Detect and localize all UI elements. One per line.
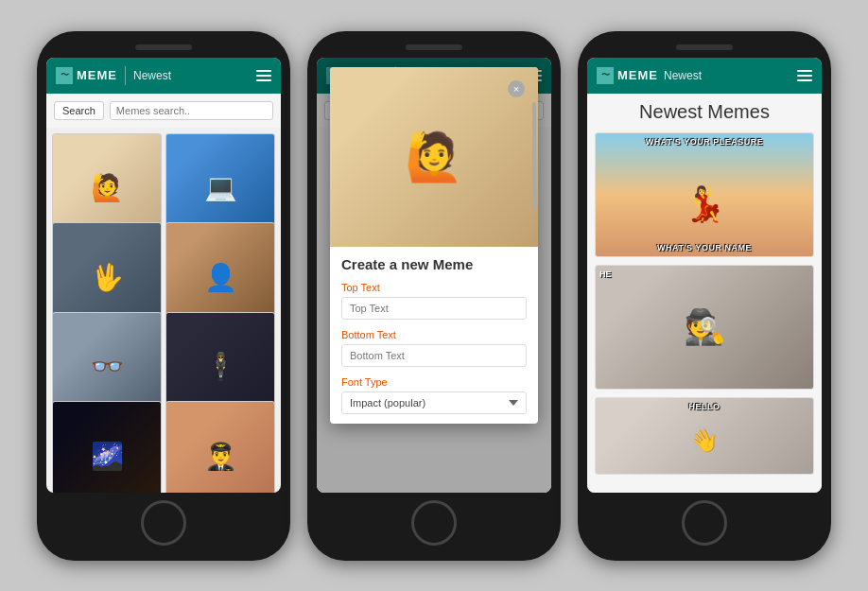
phone-1: 〜 MEME Newest Search 🙋 💻 (37, 31, 290, 561)
phone-speaker-1 (135, 44, 192, 50)
result-meme-figure-3: 👋 (690, 427, 719, 454)
result-meme-image-1: WHAT'S YOUR PLEASURE 💃 WHAT'S YOUR NAME (596, 133, 813, 256)
modal-body: Create a new Meme Top Text Bottom Text F… (330, 247, 538, 424)
modal-meme-emoji: 🙋 (405, 130, 463, 184)
search-bar-1: Search (46, 94, 281, 128)
menu-bar-2 (256, 75, 271, 77)
menu-bar-9 (797, 79, 812, 81)
meme-face-8: 👨‍✈️ (204, 441, 237, 472)
meme-face-2: 💻 (204, 172, 237, 203)
phone-home-1[interactable] (141, 500, 186, 546)
font-type-label: Font Type (341, 376, 527, 388)
results-title: Newest Memes (595, 101, 814, 123)
meme-thumb-7[interactable]: 🌌 (52, 401, 162, 493)
phone-screen-3: 〜 MEME Newest Newest Memes WHAT'S YOUR P… (587, 58, 822, 493)
phone-screen-1: 〜 MEME Newest Search 🙋 💻 (46, 58, 281, 493)
meme-face-6: 🕴️ (204, 351, 237, 382)
header-tab-1[interactable]: Newest (133, 69, 171, 82)
logo-text-1: MEME (77, 68, 117, 82)
logo-icon-3: 〜 (597, 67, 614, 84)
top-text-input[interactable] (341, 297, 527, 320)
search-input-1[interactable] (110, 101, 273, 120)
bottom-text-label: Bottom Text (341, 329, 527, 340)
header-divider-1 (125, 66, 126, 85)
result-meme-figure-2: 🕵️ (684, 307, 726, 347)
result-caption-top-1: WHAT'S YOUR PLEASURE (596, 137, 813, 147)
meme-grid-1: 🙋 💻 🖖 👤 👓 🕴️ 🌌 👨‍✈️ (46, 128, 281, 493)
modal-scrollbar[interactable] (532, 102, 536, 209)
phone-screen-2: 〜 MEME Newest Sea (317, 58, 551, 493)
app-logo-1: 〜 MEME (56, 67, 117, 84)
modal-meme-image: 🙋 (330, 67, 538, 247)
phone-home-3[interactable] (682, 500, 727, 546)
logo-icon-1: 〜 (56, 67, 73, 84)
phone-speaker-3 (676, 44, 733, 50)
result-caption-bottom-1: WHAT'S YOUR NAME (596, 243, 813, 252)
result-meme-figure-1: 💃 (684, 184, 726, 224)
result-caption-top-2: HE (599, 269, 612, 279)
app-header-1: 〜 MEME Newest (46, 58, 281, 94)
create-meme-modal: × 🙋 Create a new Meme Top Text Bottom Te… (330, 67, 538, 424)
menu-bar-3 (256, 79, 271, 81)
modal-title: Create a new Meme (341, 256, 527, 272)
hamburger-menu-1[interactable] (256, 70, 271, 81)
modal-overlay: × 🙋 Create a new Meme Top Text Bottom Te… (317, 58, 551, 493)
bottom-text-input[interactable] (341, 344, 527, 367)
logo-text-3: MEME (617, 68, 658, 82)
menu-bar-8 (797, 75, 812, 77)
meme-face-3: 🖖 (91, 262, 124, 293)
font-type-select[interactable]: Impact (popular) Arial Comic Sans Times … (341, 391, 527, 414)
modal-close-button[interactable]: × (508, 80, 525, 97)
meme-face-7: 🌌 (91, 441, 124, 472)
menu-bar-1 (256, 70, 271, 72)
phone-2: 〜 MEME Newest Sea (307, 31, 561, 561)
result-meme-image-2: HE 🕵️ (596, 266, 813, 389)
result-meme-1[interactable]: WHAT'S YOUR PLEASURE 💃 WHAT'S YOUR NAME (595, 132, 814, 257)
phone-3: 〜 MEME Newest Newest Memes WHAT'S YOUR P… (578, 31, 831, 561)
result-meme-2[interactable]: HE 🕵️ (595, 265, 814, 390)
result-caption-top-3: HELLO (596, 402, 813, 411)
hamburger-menu-3[interactable] (797, 70, 812, 81)
app-logo-3: 〜 MEME (597, 67, 658, 84)
search-button-1[interactable]: Search (54, 101, 104, 120)
menu-bar-7 (797, 70, 812, 72)
results-content: Newest Memes WHAT'S YOUR PLEASURE 💃 WHAT… (587, 94, 822, 493)
app-header-3: 〜 MEME Newest (587, 58, 822, 94)
result-meme-3[interactable]: HELLO 👋 (595, 397, 814, 475)
phone-home-2[interactable] (411, 500, 457, 546)
meme-face-4: 👤 (204, 262, 237, 293)
meme-thumb-8[interactable]: 👨‍✈️ (165, 401, 275, 493)
logo-symbol-3: 〜 (601, 69, 610, 81)
meme-face-5: 👓 (91, 351, 124, 382)
result-meme-image-3: HELLO 👋 (596, 398, 813, 474)
logo-symbol-1: 〜 (61, 69, 69, 81)
phone-speaker-2 (406, 44, 462, 50)
top-text-label: Top Text (341, 282, 527, 293)
meme-face-1: 🙋 (91, 172, 124, 203)
header-tab-3[interactable]: Newest (664, 69, 702, 82)
